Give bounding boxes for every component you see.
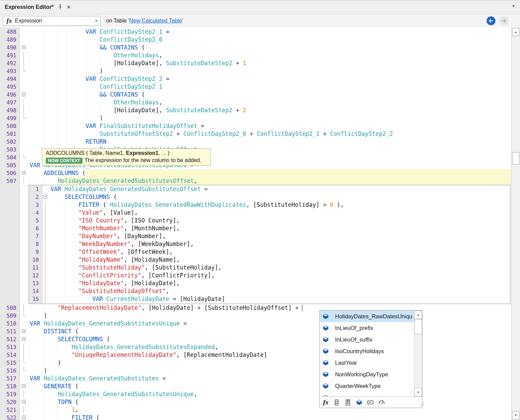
code-line[interactable]: 4"Value", [Value], — [29, 209, 510, 217]
code-line[interactable]: 15VAR CurrentHolidayDate = [HolidayDate] — [29, 295, 510, 303]
code-line[interactable]: 13"HolidayDate", [HolidayDate], — [29, 279, 510, 287]
fold-collapse-marker[interactable] — [19, 91, 29, 99]
code-line[interactable]: 501SubstituteOffsetStep2 + ConflictDaySt… — [0, 130, 511, 138]
code-line[interactable]: 488VAR ConflictDayStep2_1 = — [0, 28, 511, 36]
code-text[interactable]: [HolidayDate], SubstituteDateStep2 + 2 — [29, 106, 511, 114]
code-text[interactable]: VAR HolidayDates_GeneratedSubstitutesUni… — [29, 320, 511, 328]
autocomplete-item[interactable]: InLieuOf_suffix — [320, 334, 422, 345]
code-line[interactable]: 3FILTER ( HolidayDates_GeneratedRawWithD… — [29, 201, 510, 209]
code-text[interactable]: VAR HolidayDates_GeneratedSubstitutes = — [29, 375, 511, 382]
code-line[interactable]: 500VAR FinalSubstituteHolidayOffset = — [0, 122, 511, 130]
code-text[interactable]: SELECTCOLUMNS ( — [49, 193, 510, 201]
code-line[interactable]: 509) — [0, 312, 511, 320]
expression-selector[interactable]: fx Expression ▾ — [3, 16, 101, 26]
code-line[interactable]: 494VAR ConflictDayStep2_2 = — [0, 75, 511, 83]
code-line[interactable]: 506ADDCOLUMNS ( — [0, 169, 511, 177]
fold-collapse-marker[interactable] — [19, 335, 29, 343]
chevron-down-icon[interactable]: ▾ — [95, 18, 97, 23]
code-text[interactable]: VAR HolidayDates_GeneratedSubstitutesOff… — [49, 185, 510, 193]
code-text[interactable]: "SubstituteHolidayOffset", — [49, 287, 510, 295]
code-text[interactable]: "UniuqeReplacementHolidayDate", [Replace… — [29, 351, 511, 359]
code-text[interactable]: ) — [29, 114, 511, 122]
code-line[interactable]: 519HolidayDates_GeneratedSubstitutesUniq… — [0, 390, 511, 398]
fold-collapse-marker[interactable] — [19, 414, 29, 420]
autocomplete-item[interactable]: NonWorkingDayType — [320, 368, 422, 380]
autocomplete-scrollbar-thumb[interactable] — [414, 319, 422, 334]
peek-definition-editor[interactable]: 1VAR HolidayDates_GeneratedSubstitutesOf… — [29, 185, 510, 304]
function-filter-icon[interactable]: fx — [323, 399, 329, 406]
code-text[interactable]: "OffsetWeek", [OffsetWeek], — [49, 248, 510, 256]
code-text[interactable]: VAR CurrentHolidayDate = [HolidayDate] — [49, 295, 510, 303]
column-filter-icon[interactable] — [333, 399, 340, 406]
code-text[interactable]: TOPN ( — [29, 398, 511, 406]
code-line[interactable]: 489ConflictDayStep2_0 — [0, 36, 511, 44]
code-text[interactable]: HolidayDates_GeneratedSubstitutesExpande… — [29, 343, 511, 351]
navigate-back-button[interactable] — [487, 16, 495, 25]
window-chevron-down-icon[interactable]: ▾ — [512, 3, 515, 9]
code-text[interactable]: SubstituteOffsetStep2 + ConflictDayStep2… — [29, 130, 511, 138]
code-line[interactable]: 508"ReplacementHolidayDate", [HolidayDat… — [0, 304, 511, 312]
code-text[interactable]: ) — [29, 359, 511, 367]
editor-vertical-scrollbar[interactable]: ▲ ▼ — [511, 27, 520, 420]
code-text[interactable]: "ConflictPriority", [ConflictPriority], — [49, 272, 510, 279]
code-text[interactable]: && CONTAINS ( — [29, 91, 511, 99]
code-line[interactable]: 1VAR HolidayDates_GeneratedSubstitutesOf… — [29, 185, 510, 193]
scrollbar-thumb[interactable] — [512, 152, 519, 164]
code-text[interactable]: FILTER ( — [29, 414, 511, 420]
autocomplete-item[interactable]: IsoCountryHolidays — [320, 345, 422, 357]
code-line[interactable]: 514"UniuqeReplacementHolidayDate", [Repl… — [0, 351, 511, 359]
code-line[interactable]: 515) — [0, 359, 511, 367]
fold-collapse-marker[interactable] — [19, 382, 29, 390]
code-line[interactable]: 498[HolidayDate], SubstituteDateStep2 + … — [0, 106, 511, 114]
autocomplete-item[interactable]: QuarterWeekType — [320, 380, 422, 392]
fold-collapse-marker[interactable] — [19, 398, 29, 406]
autocomplete-item[interactable]: InLieuOf_prefix — [320, 322, 422, 334]
code-text[interactable]: DISTINCT ( — [29, 328, 511, 335]
resize-grip[interactable] — [420, 405, 420, 406]
code-line[interactable]: 8"WeekDayNumber", [WeekDayNumber], — [29, 240, 510, 248]
pin-icon[interactable] — [58, 4, 62, 10]
code-line[interactable]: 510VAR HolidayDates_GeneratedSubstitutes… — [0, 320, 511, 328]
code-line[interactable]: 2SELECTCOLUMNS ( — [29, 193, 510, 201]
close-icon[interactable]: ✕ — [67, 4, 71, 10]
code-line[interactable]: 5211, — [0, 406, 511, 414]
code-line[interactable]: 499) — [0, 114, 511, 122]
code-line[interactable]: 495ConflictDayStep2_1 — [0, 83, 511, 91]
code-line[interactable]: 5"ISO Country", [ISO Country], — [29, 217, 510, 225]
code-text[interactable]: ConflictDayStep2_1 — [29, 83, 511, 91]
code-text[interactable]: OtherHolidays, — [29, 99, 511, 106]
code-text[interactable]: ) — [29, 312, 511, 320]
code-line[interactable]: 511DISTINCT ( — [0, 328, 511, 335]
code-line[interactable]: 512SELECTCOLUMNS ( — [0, 335, 511, 343]
code-text[interactable]: VAR ConflictDayStep2_2 = — [29, 75, 511, 83]
code-line[interactable]: 517VAR HolidayDates_GeneratedSubstitutes… — [0, 375, 511, 382]
code-text[interactable]: "WeekDayNumber", [WeekDayNumber], — [49, 240, 510, 248]
code-text[interactable]: "HolidayName", [HolidayName], — [49, 256, 510, 264]
code-line[interactable]: 11"SubstituteHoliday", [SubstituteHolida… — [29, 264, 510, 272]
code-line[interactable]: 12"ConflictPriority", [ConflictPriority]… — [29, 272, 510, 279]
code-text[interactable]: "ReplacementHolidayDate", [HolidayDate] … — [29, 304, 511, 312]
code-text[interactable]: "MonthNumber", [MonthNumber], — [49, 225, 510, 232]
code-text[interactable]: HolidayDates_GeneratedSubstitutesUnique, — [29, 390, 511, 398]
code-text[interactable]: GENERATE ( — [29, 382, 511, 390]
fold-collapse-marker[interactable] — [19, 328, 29, 335]
fold-collapse-marker[interactable] — [42, 193, 49, 201]
code-text[interactable]: FILTER ( HolidayDates_GeneratedRawWithDu… — [49, 201, 510, 209]
code-line[interactable]: 9"OffsetWeek", [OffsetWeek], — [29, 248, 510, 256]
code-text[interactable]: SELECTCOLUMNS ( — [29, 335, 511, 343]
scroll-down-icon[interactable]: ▼ — [414, 388, 422, 396]
autocomplete-item[interactable]: HolidayDates_RawDatesUniqu — [320, 310, 422, 322]
code-line[interactable]: 513HolidayDates_GeneratedSubstitutesExpa… — [0, 343, 511, 351]
code-line[interactable]: 493) — [0, 67, 511, 75]
code-line[interactable]: 490&& CONTAINS ( — [0, 44, 511, 52]
code-line[interactable]: 507HolidayDates_GeneratedSubstitutesOffs… — [0, 177, 511, 185]
code-line[interactable]: 520TOPN ( — [0, 398, 511, 406]
code-line[interactable]: 6"MonthNumber", [MonthNumber], — [29, 225, 510, 232]
scroll-up-icon[interactable]: ▲ — [414, 310, 422, 319]
calculator-filter-icon[interactable] — [345, 399, 351, 406]
scrollbar-up-icon[interactable]: ▲ — [512, 28, 519, 36]
code-text[interactable]: "DayNumber", [DayNumber], — [49, 232, 510, 240]
code-line[interactable]: 492[HolidayDate], SubstituteDateStep2 + … — [0, 59, 511, 67]
code-text[interactable]: [HolidayDate], SubstituteDateStep2 + 1 — [29, 59, 511, 67]
gauge-filter-icon[interactable] — [378, 399, 385, 406]
